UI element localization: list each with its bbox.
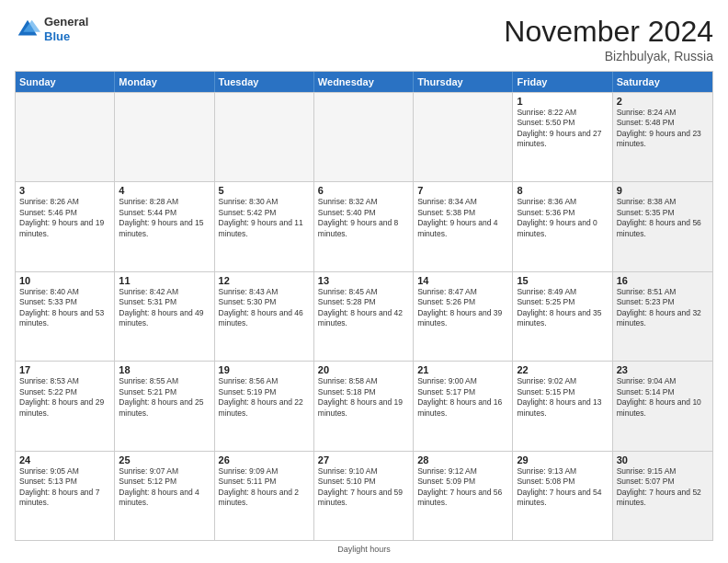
cell-details: Sunrise: 8:49 AM Sunset: 5:25 PM Dayligh… <box>517 287 608 329</box>
cell-details: Sunrise: 8:32 AM Sunset: 5:40 PM Dayligh… <box>318 197 409 239</box>
calendar-cell: 15Sunrise: 8:49 AM Sunset: 5:25 PM Dayli… <box>513 272 612 361</box>
cell-details: Sunrise: 8:36 AM Sunset: 5:36 PM Dayligh… <box>517 197 608 239</box>
calendar-cell: 1Sunrise: 8:22 AM Sunset: 5:50 PM Daylig… <box>513 93 612 181</box>
calendar-week-3: 10Sunrise: 8:40 AM Sunset: 5:33 PM Dayli… <box>16 271 712 361</box>
calendar-cell: 9Sunrise: 8:38 AM Sunset: 5:35 PM Daylig… <box>613 182 712 270</box>
cell-details: Sunrise: 9:02 AM Sunset: 5:15 PM Dayligh… <box>517 376 608 419</box>
day-number: 17 <box>19 364 110 375</box>
day-number: 6 <box>318 185 409 196</box>
calendar-week-5: 24Sunrise: 9:05 AM Sunset: 5:13 PM Dayli… <box>16 451 712 540</box>
calendar-header-day: Friday <box>513 72 612 92</box>
day-number: 3 <box>19 185 110 196</box>
day-number: 19 <box>219 364 310 375</box>
cell-details: Sunrise: 8:56 AM Sunset: 5:19 PM Dayligh… <box>219 376 310 419</box>
cell-details: Sunrise: 9:13 AM Sunset: 5:08 PM Dayligh… <box>517 466 608 509</box>
logo: General Blue <box>15 15 88 43</box>
day-number: 29 <box>517 454 608 465</box>
day-number: 13 <box>318 275 409 286</box>
calendar-header-day: Monday <box>115 72 214 92</box>
day-number: 26 <box>219 454 310 465</box>
calendar-cell: 30Sunrise: 9:15 AM Sunset: 5:07 PM Dayli… <box>613 452 712 540</box>
calendar-cell: 5Sunrise: 8:30 AM Sunset: 5:42 PM Daylig… <box>215 182 314 270</box>
calendar-cell: 11Sunrise: 8:42 AM Sunset: 5:31 PM Dayli… <box>115 272 214 361</box>
cell-details: Sunrise: 8:22 AM Sunset: 5:50 PM Dayligh… <box>517 108 608 150</box>
day-number: 23 <box>617 364 709 375</box>
cell-details: Sunrise: 8:55 AM Sunset: 5:21 PM Dayligh… <box>119 376 210 419</box>
location-subtitle: Bizhbulyak, Russia <box>504 49 713 63</box>
calendar-cell: 4Sunrise: 8:28 AM Sunset: 5:44 PM Daylig… <box>115 182 214 270</box>
calendar-cell: 8Sunrise: 8:36 AM Sunset: 5:36 PM Daylig… <box>513 182 612 270</box>
logo-text: General Blue <box>44 15 88 43</box>
cell-details: Sunrise: 9:05 AM Sunset: 5:13 PM Dayligh… <box>19 466 110 509</box>
calendar-cell: 7Sunrise: 8:34 AM Sunset: 5:38 PM Daylig… <box>414 182 513 270</box>
day-number: 5 <box>219 185 310 196</box>
calendar-week-1: 1Sunrise: 8:22 AM Sunset: 5:50 PM Daylig… <box>16 92 712 181</box>
cell-details: Sunrise: 8:30 AM Sunset: 5:42 PM Dayligh… <box>219 197 310 239</box>
calendar-cell: 13Sunrise: 8:45 AM Sunset: 5:28 PM Dayli… <box>314 272 414 361</box>
calendar-cell: 14Sunrise: 8:47 AM Sunset: 5:26 PM Dayli… <box>414 272 513 361</box>
cell-details: Sunrise: 9:00 AM Sunset: 5:17 PM Dayligh… <box>417 376 508 419</box>
calendar-cell: 3Sunrise: 8:26 AM Sunset: 5:46 PM Daylig… <box>16 182 115 270</box>
cell-details: Sunrise: 9:10 AM Sunset: 5:10 PM Dayligh… <box>318 466 409 509</box>
calendar-header-day: Sunday <box>16 72 115 92</box>
day-number: 30 <box>617 454 709 465</box>
day-number: 11 <box>119 275 210 286</box>
calendar-cell: 26Sunrise: 9:09 AM Sunset: 5:11 PM Dayli… <box>215 452 314 540</box>
calendar-body: 1Sunrise: 8:22 AM Sunset: 5:50 PM Daylig… <box>16 92 712 540</box>
day-number: 9 <box>617 185 709 196</box>
page: General Blue November 2024 Bizhbulyak, R… <box>0 0 728 563</box>
calendar-cell: 6Sunrise: 8:32 AM Sunset: 5:40 PM Daylig… <box>314 182 414 270</box>
day-number: 18 <box>119 364 210 375</box>
calendar-cell: 24Sunrise: 9:05 AM Sunset: 5:13 PM Dayli… <box>16 452 115 540</box>
cell-details: Sunrise: 9:12 AM Sunset: 5:09 PM Dayligh… <box>417 466 508 509</box>
cell-details: Sunrise: 9:15 AM Sunset: 5:07 PM Dayligh… <box>617 466 709 509</box>
cell-details: Sunrise: 8:28 AM Sunset: 5:44 PM Dayligh… <box>119 197 210 239</box>
month-title: November 2024 <box>504 15 713 49</box>
calendar-header: SundayMondayTuesdayWednesdayThursdayFrid… <box>16 72 712 92</box>
day-number: 24 <box>19 454 110 465</box>
calendar: SundayMondayTuesdayWednesdayThursdayFrid… <box>15 71 713 541</box>
day-number: 10 <box>19 275 110 286</box>
cell-details: Sunrise: 8:58 AM Sunset: 5:18 PM Dayligh… <box>318 376 409 419</box>
calendar-header-day: Wednesday <box>314 72 414 92</box>
calendar-cell: 25Sunrise: 9:07 AM Sunset: 5:12 PM Dayli… <box>115 452 214 540</box>
calendar-cell: 21Sunrise: 9:00 AM Sunset: 5:17 PM Dayli… <box>414 362 513 450</box>
day-number: 7 <box>417 185 508 196</box>
calendar-cell: 23Sunrise: 9:04 AM Sunset: 5:14 PM Dayli… <box>613 362 712 450</box>
calendar-cell <box>314 93 414 181</box>
day-number: 2 <box>617 96 709 107</box>
calendar-cell <box>215 93 314 181</box>
calendar-cell: 29Sunrise: 9:13 AM Sunset: 5:08 PM Dayli… <box>513 452 612 540</box>
cell-details: Sunrise: 8:26 AM Sunset: 5:46 PM Dayligh… <box>19 197 110 239</box>
calendar-cell: 28Sunrise: 9:12 AM Sunset: 5:09 PM Dayli… <box>414 452 513 540</box>
calendar-cell: 27Sunrise: 9:10 AM Sunset: 5:10 PM Dayli… <box>314 452 414 540</box>
cell-details: Sunrise: 8:38 AM Sunset: 5:35 PM Dayligh… <box>617 197 709 239</box>
calendar-week-4: 17Sunrise: 8:53 AM Sunset: 5:22 PM Dayli… <box>16 361 712 450</box>
day-number: 22 <box>517 364 608 375</box>
calendar-header-day: Thursday <box>414 72 513 92</box>
day-number: 1 <box>517 96 608 107</box>
day-number: 8 <box>517 185 608 196</box>
day-number: 20 <box>318 364 409 375</box>
day-number: 14 <box>417 275 508 286</box>
calendar-header-day: Tuesday <box>215 72 314 92</box>
logo-icon <box>15 17 40 42</box>
day-number: 16 <box>617 275 709 286</box>
cell-details: Sunrise: 8:34 AM Sunset: 5:38 PM Dayligh… <box>417 197 508 239</box>
calendar-cell: 17Sunrise: 8:53 AM Sunset: 5:22 PM Dayli… <box>16 362 115 450</box>
title-block: November 2024 Bizhbulyak, Russia <box>504 15 713 63</box>
cell-details: Sunrise: 8:45 AM Sunset: 5:28 PM Dayligh… <box>318 287 409 329</box>
cell-details: Sunrise: 8:51 AM Sunset: 5:23 PM Dayligh… <box>617 287 709 329</box>
calendar-cell: 20Sunrise: 8:58 AM Sunset: 5:18 PM Dayli… <box>314 362 414 450</box>
calendar-header-day: Saturday <box>613 72 712 92</box>
calendar-week-2: 3Sunrise: 8:26 AM Sunset: 5:46 PM Daylig… <box>16 181 712 270</box>
cell-details: Sunrise: 8:53 AM Sunset: 5:22 PM Dayligh… <box>19 376 110 419</box>
calendar-cell: 2Sunrise: 8:24 AM Sunset: 5:48 PM Daylig… <box>613 93 712 181</box>
cell-details: Sunrise: 8:40 AM Sunset: 5:33 PM Dayligh… <box>19 287 110 329</box>
cell-details: Sunrise: 8:47 AM Sunset: 5:26 PM Dayligh… <box>417 287 508 329</box>
calendar-cell <box>414 93 513 181</box>
cell-details: Sunrise: 9:04 AM Sunset: 5:14 PM Dayligh… <box>617 376 709 419</box>
day-number: 12 <box>219 275 310 286</box>
day-number: 28 <box>417 454 508 465</box>
cell-details: Sunrise: 8:43 AM Sunset: 5:30 PM Dayligh… <box>219 287 310 329</box>
